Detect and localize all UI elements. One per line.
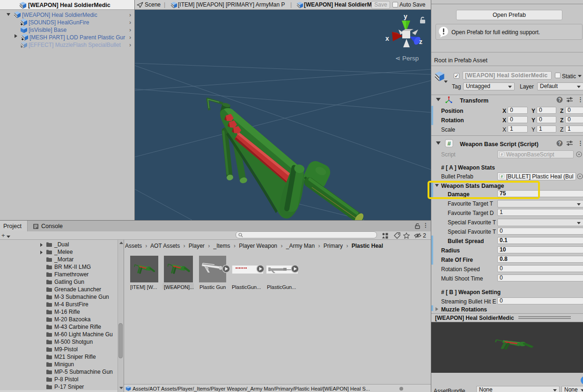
svg-text:x: x [385,35,389,42]
svg-text:?: ? [558,97,561,103]
svg-text:#: # [501,152,503,157]
svg-text:z: z [419,38,422,45]
svg-text:y: y [404,13,407,20]
svg-text:⋖ Persp: ⋖ Persp [395,55,419,62]
svg-text:?: ? [558,141,561,146]
svg-text:#: # [447,140,451,147]
svg-text:#: # [501,174,503,179]
